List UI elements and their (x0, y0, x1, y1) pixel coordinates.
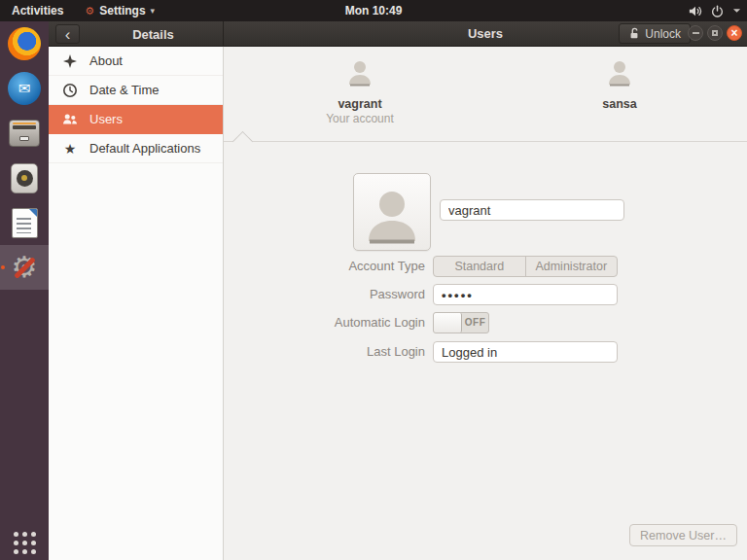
sidebar-item-date-time[interactable]: Date & Time (49, 76, 223, 105)
switch-handle[interactable] (434, 313, 462, 332)
automatic-login-label: Automatic Login (224, 312, 433, 333)
user-avatar (346, 58, 374, 89)
sidebar-item-about[interactable]: About (49, 47, 223, 76)
dock-item-rhythmbox[interactable] (0, 156, 49, 200)
app-menu-settings[interactable]: ⚙ Settings ▾ (75, 0, 164, 21)
app-menu-label: Settings (99, 4, 145, 18)
firefox-icon (8, 27, 41, 60)
account-type-administrator-button[interactable]: Administrator (525, 257, 618, 276)
carousel-user-vagrant[interactable]: vagrant Your account (302, 58, 418, 125)
dock-item-libreoffice-writer[interactable] (0, 200, 49, 245)
remove-user-button[interactable]: Remove User… (629, 524, 737, 546)
show-applications-button[interactable] (0, 532, 49, 554)
details-title: Details (84, 27, 223, 42)
power-icon (711, 5, 724, 18)
password-row: Password (224, 284, 632, 305)
sidebar-item-label: About (89, 53, 123, 68)
user-subtitle: Your account (302, 112, 418, 125)
top-bar: Activities ⚙ Settings ▾ Mon 10:49 (0, 0, 747, 21)
header-left-pane: ‹ Details (49, 21, 224, 47)
carousel-divider (224, 141, 747, 142)
dock-item-files[interactable] (0, 111, 49, 156)
back-button[interactable]: ‹ (55, 24, 80, 44)
sidebar-item-users[interactable]: Users (49, 105, 223, 134)
last-login-row: Last Login Logged in (224, 341, 632, 363)
system-status-area[interactable] (689, 0, 741, 21)
dock-item-settings[interactable]: ⚙ (0, 245, 49, 290)
star-icon: ★ (62, 142, 78, 156)
user-name: vagrant (302, 97, 418, 111)
switch-state-label: OFF (462, 313, 488, 332)
activities-button[interactable]: Activities (0, 0, 75, 21)
window-controls: × (688, 25, 742, 41)
caret-down-icon (732, 8, 741, 14)
user-name: sansa (561, 97, 678, 111)
carousel-pointer (232, 131, 253, 152)
files-icon (9, 120, 40, 147)
users-panel: vagrant Your account sansa Acc (224, 47, 747, 560)
close-button[interactable]: × (727, 25, 742, 41)
dock: ✉ ⚙ (0, 21, 49, 560)
sidebar-item-label: Default Applications (89, 141, 200, 156)
last-login-label: Last Login (224, 341, 433, 363)
password-input[interactable] (433, 284, 618, 305)
user-avatar (606, 58, 633, 89)
unlock-button[interactable]: Unlock (619, 23, 691, 44)
full-name-input[interactable] (440, 199, 624, 221)
change-avatar-button[interactable] (353, 173, 431, 251)
header-right-pane: Users Unlock × (224, 21, 747, 47)
header-bar: ‹ Details Users Unlock × (49, 21, 747, 47)
last-login-button[interactable]: Logged in (433, 341, 618, 363)
app-grid-icon (14, 532, 36, 554)
maximize-button[interactable] (707, 25, 723, 41)
users-icon (62, 112, 78, 127)
sidebar-item-label: Users (89, 112, 123, 126)
volume-icon (689, 5, 702, 18)
dock-item-firefox[interactable] (0, 21, 49, 66)
unlock-icon (628, 27, 640, 40)
account-type-label: Account Type (224, 256, 433, 277)
about-star-icon (62, 53, 78, 69)
desktop: Activities ⚙ Settings ▾ Mon 10:49 (0, 0, 747, 560)
sidebar-item-default-applications[interactable]: ★ Default Applications (49, 134, 223, 163)
thunderbird-icon: ✉ (8, 72, 41, 105)
account-type-toggle: Standard Administrator (433, 256, 618, 277)
minimize-button[interactable] (688, 25, 703, 41)
caret-down-icon: ▾ (151, 6, 156, 16)
account-type-standard-button[interactable]: Standard (434, 257, 525, 276)
carousel-user-sansa[interactable]: sansa (561, 58, 678, 112)
user-avatar-large (362, 184, 422, 250)
password-label: Password (224, 284, 433, 305)
settings-gear-icon: ⚙ (85, 6, 94, 17)
unlock-label: Unlock (645, 27, 681, 41)
rhythmbox-icon (11, 163, 38, 193)
automatic-login-row: Automatic Login OFF (224, 312, 632, 333)
sidebar-item-label: Date & Time (89, 83, 160, 97)
automatic-login-switch[interactable]: OFF (433, 312, 489, 333)
settings-app-icon: ⚙ (8, 251, 41, 284)
libreoffice-writer-icon (12, 208, 38, 238)
dock-item-thunderbird[interactable]: ✉ (0, 66, 49, 111)
settings-sidebar: About Date & Time Users ★ Default Applic… (49, 47, 224, 560)
clock-icon (62, 83, 78, 98)
account-type-row: Account Type Standard Administrator (224, 256, 632, 277)
